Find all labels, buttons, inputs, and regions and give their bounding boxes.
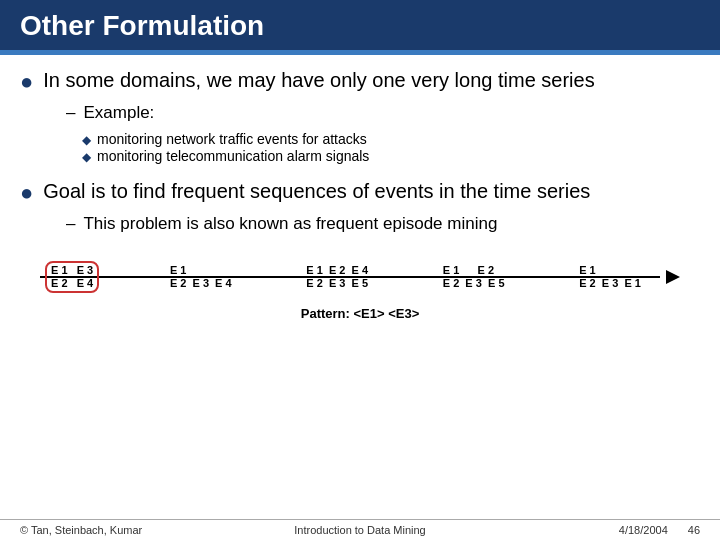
dash-symbol-1: –: [66, 103, 75, 123]
dash-symbol-2: –: [66, 214, 75, 234]
event-g4-r2: E 2 E 3 E 5: [443, 277, 505, 290]
event-group-3: E 1 E 2 E 4 E 2 E 3 E 5: [302, 263, 372, 291]
sub-sub-text-2: monitoring telecommunication alarm signa…: [97, 148, 369, 164]
bullet-1: ● In some domains, we may have only one …: [20, 67, 700, 95]
footer-copyright: © Tan, Steinbach, Kumar: [20, 524, 247, 536]
sub-bullet-1: – Example:: [66, 103, 700, 125]
event-g2-r2: E 2 E 3 E 4: [170, 277, 232, 290]
sub-sub-bullets: ◆ monitoring network traffic events for …: [82, 131, 700, 165]
sub-sub-item-2: ◆ monitoring telecommunication alarm sig…: [82, 148, 700, 164]
bullet-dot-1: ●: [20, 69, 33, 95]
event-group-2: E 1 E 2 E 3 E 4: [166, 263, 236, 291]
footer-page: 46: [688, 524, 700, 536]
event-g5-r2: E 2 E 3 E 1: [579, 277, 641, 290]
sub-dash-text-2: This problem is also known as frequent e…: [83, 214, 497, 234]
sub-bullet-2: – This problem is also known as frequent…: [66, 214, 700, 236]
sub-dash-label-1: Example:: [83, 103, 154, 123]
slide-content: ● In some domains, we may have only one …: [0, 55, 720, 519]
sub-dash-2: – This problem is also known as frequent…: [66, 214, 700, 234]
bullet-2: ● Goal is to find frequent sequences of …: [20, 178, 700, 206]
event-group-1: E 1 E 3 E 2 E 4: [45, 261, 99, 293]
sub-dash-1: – Example:: [66, 103, 700, 123]
slide-footer: © Tan, Steinbach, Kumar Introduction to …: [0, 519, 720, 540]
event-g4-r1: E 1 E 2: [443, 264, 494, 277]
event-g1-r1: E 1 E 3: [51, 264, 93, 277]
sub-sub-text-1: monitoring network traffic events for at…: [97, 131, 367, 147]
event-g2-r1: E 1: [170, 264, 187, 277]
slide: Other Formulation ● In some domains, we …: [0, 0, 720, 540]
footer-title: Introduction to Data Mining: [247, 524, 474, 536]
pattern-label: Pattern: <E1> <E3>: [30, 306, 690, 321]
sub-sub-item-1: ◆ monitoring network traffic events for …: [82, 131, 700, 147]
timeline-events: E 1 E 3 E 2 E 4 E 1 E 2 E 3 E 4 E 1 E 2 …: [40, 252, 650, 302]
event-group-5: E 1 E 2 E 3 E 1: [575, 263, 645, 291]
footer-date: 4/18/2004: [619, 524, 668, 536]
event-group-4: E 1 E 2 E 2 E 3 E 5: [439, 263, 509, 291]
event-g3-r2: E 2 E 3 E 5: [306, 277, 368, 290]
event-g1-r2: E 2 E 4: [51, 277, 93, 290]
slide-header: Other Formulation: [0, 0, 720, 50]
timeline-section: E 1 E 3 E 2 E 4 E 1 E 2 E 3 E 4 E 1 E 2 …: [20, 252, 700, 321]
arrow-head: [666, 270, 680, 284]
bullet-dot-2: ●: [20, 180, 33, 206]
bullet-2-text: Goal is to find frequent sequences of ev…: [43, 178, 590, 204]
slide-title: Other Formulation: [20, 10, 700, 42]
event-g3-r1: E 1 E 2 E 4: [306, 264, 368, 277]
timeline-arrow: E 1 E 3 E 2 E 4 E 1 E 2 E 3 E 4 E 1 E 2 …: [40, 252, 680, 302]
event-g5-r1: E 1: [579, 264, 596, 277]
footer-right: 4/18/2004 46: [473, 524, 700, 536]
bullet-1-text: In some domains, we may have only one ve…: [43, 67, 594, 93]
diamond-1: ◆: [82, 133, 91, 147]
diamond-2: ◆: [82, 150, 91, 164]
